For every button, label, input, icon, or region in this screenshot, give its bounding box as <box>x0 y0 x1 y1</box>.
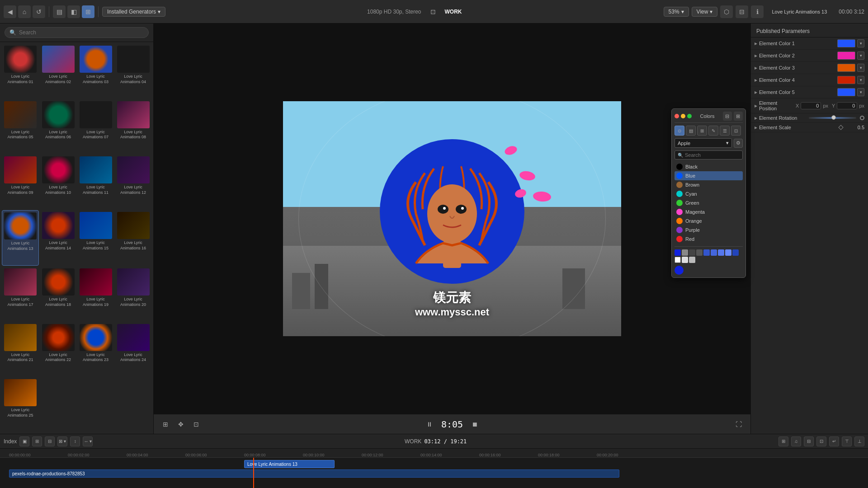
rotation-indicator[interactable] <box>860 116 864 120</box>
thumbnail-t2[interactable]: Love LyricAnimations 02 <box>40 44 76 99</box>
toolbar-refresh-icon[interactable]: ↺ <box>33 5 45 18</box>
color-swatch-2[interactable] <box>837 52 855 60</box>
thumbnail-t10[interactable]: Love LyricAnimations 10 <box>40 155 76 209</box>
tl-btn-5[interactable]: ↕ <box>70 436 80 446</box>
thumbnail-t1[interactable]: Love LyricAnimations 01 <box>2 44 39 99</box>
param-triangle-4[interactable]: ▶ <box>755 78 757 82</box>
param-x-input[interactable] <box>801 102 821 109</box>
param-triangle-2[interactable]: ▶ <box>755 54 757 58</box>
tl-btn-1[interactable]: ▣ <box>19 436 29 446</box>
layout-btn[interactable]: ⊞ <box>159 418 172 431</box>
thumbnail-t7[interactable]: Love LyricAnimations 07 <box>77 99 114 154</box>
play-pause-btn[interactable]: ⏸ <box>423 418 436 431</box>
tl-btn-2[interactable]: ⊞ <box>32 436 42 446</box>
thumb-img-t3 <box>80 46 112 73</box>
thumbnail-t23[interactable]: Love LyricAnimations 23 <box>77 322 114 377</box>
resolution-icon[interactable]: ⊡ <box>427 5 439 18</box>
param-triangle-5[interactable]: ▶ <box>755 90 757 94</box>
clip-main[interactable]: Love Lyric Animations 13 <box>244 460 335 468</box>
thumbnail-t12[interactable]: Love LyricAnimations 12 <box>115 155 151 209</box>
thumbnail-t22[interactable]: Love LyricAnimations 22 <box>40 322 76 377</box>
color-dropdown-3[interactable]: ▾ <box>857 64 864 72</box>
color-dropdown-1[interactable]: ▾ <box>857 39 864 47</box>
thumb-img-t1 <box>4 46 37 73</box>
crop-btn[interactable]: ⊡ <box>190 418 203 431</box>
thumb-label-t13: Love LyricAnimations 13 <box>7 241 33 251</box>
thumbnail-t21[interactable]: Love LyricAnimations 21 <box>2 322 39 377</box>
toolbar-generator-icon[interactable]: ⊞ <box>82 5 94 18</box>
thumbnail-t9[interactable]: Love LyricAnimations 09 <box>2 155 39 209</box>
param-triangle-1[interactable]: ▶ <box>755 42 757 46</box>
tl-icon-7[interactable]: ⊥ <box>854 436 864 446</box>
param-triangle-pos[interactable]: ▶ <box>755 104 757 108</box>
toolbar-sep-1 <box>49 6 49 17</box>
param-color-1: ▶ Element Color 1 ▾ <box>751 38 868 50</box>
color-swatch-5[interactable] <box>837 88 855 96</box>
thumbnail-t5[interactable]: Love LyricAnimations 05 <box>2 99 39 154</box>
svg-point-4 <box>443 207 446 210</box>
toolbar-share-icon[interactable]: ⬡ <box>720 5 733 18</box>
thumb-label-t7: Love LyricAnimations 07 <box>83 130 108 140</box>
ruler-container: 00:00:00:00 00:00:02:00 00:00:04:00 00:0… <box>9 449 868 457</box>
thumbnail-t13[interactable]: Love LyricAnimations 13 <box>2 210 39 266</box>
transform-btn[interactable]: ✥ <box>175 418 187 431</box>
generators-dropdown[interactable]: Installed Generators ▾ <box>102 7 165 17</box>
thumbnail-t20[interactable]: Love LyricAnimations 20 <box>115 267 151 321</box>
toolbar-media-icon[interactable]: ▤ <box>53 5 66 18</box>
param-triangle-rot[interactable]: ▶ <box>755 116 757 120</box>
tl-btn-6[interactable]: ↔ ▾ <box>83 436 93 446</box>
thumbnail-t15[interactable]: Love LyricAnimations 15 <box>77 210 114 266</box>
thumb-label-t19: Love LyricAnimations 19 <box>83 297 108 307</box>
thumbnail-t8[interactable]: Love LyricAnimations 08 <box>115 99 151 154</box>
tl-icon-2[interactable]: ♫ <box>791 436 801 446</box>
zoom-control[interactable]: 53% ▾ <box>664 7 689 17</box>
param-y-input[interactable] <box>837 102 857 109</box>
thumb-img-t18 <box>42 268 75 296</box>
thumbnail-t19[interactable]: Love LyricAnimations 19 <box>77 267 114 321</box>
thumbnail-t16[interactable]: Love LyricAnimations 16 <box>115 210 151 266</box>
param-triangle-3[interactable]: ▶ <box>755 66 757 70</box>
fullscreen-btn[interactable]: ⛶ <box>732 418 745 431</box>
thumbnail-t4[interactable]: Love LyricAnimations 04 <box>115 44 151 99</box>
tl-icon-5[interactable]: ↵ <box>829 436 839 446</box>
clip-bg[interactable]: pexels-rodnae-productions-8782853 <box>9 469 619 478</box>
rotation-slider-thumb[interactable] <box>831 115 836 120</box>
thumbnail-t6[interactable]: Love LyricAnimations 06 <box>40 99 76 154</box>
thumbnail-t24[interactable]: Love LyricAnimations 24 <box>115 322 151 377</box>
generators-arrow: ▾ <box>158 9 160 15</box>
tl-icon-1[interactable]: ⊞ <box>778 436 788 446</box>
tl-btn-3[interactable]: ⊟ <box>45 436 55 446</box>
color-dropdown-4[interactable]: ▾ <box>857 76 864 84</box>
tl-btn-4[interactable]: ⊠ ▾ <box>57 436 67 446</box>
thumbnail-t18[interactable]: Love LyricAnimations 18 <box>40 267 76 321</box>
thumb-label-t20: Love LyricAnimations 20 <box>120 297 146 307</box>
view-dropdown[interactable]: View ▾ <box>692 7 718 17</box>
param-triangle-scale[interactable]: ▶ <box>755 126 757 130</box>
thumbnail-t17[interactable]: Love LyricAnimations 17 <box>2 267 39 321</box>
color-swatch-4[interactable] <box>837 76 855 84</box>
color-dropdown-5[interactable]: ▾ <box>857 88 864 96</box>
color-swatch-1[interactable] <box>837 39 855 47</box>
toolbar-layout-icon[interactable]: ⊟ <box>736 5 748 18</box>
search-input[interactable] <box>19 29 144 36</box>
param-label-pos: Element Position <box>759 100 794 111</box>
tl-icon-6[interactable]: ⊤ <box>842 436 852 446</box>
toolbar-home-icon[interactable]: ⌂ <box>18 5 31 18</box>
color-swatch-3[interactable] <box>837 64 855 72</box>
thumb-label-t22: Love LyricAnimations 22 <box>45 352 71 363</box>
preview-watermark: 镁元素 www.myssc.net <box>415 289 489 318</box>
tl-icon-4[interactable]: ⊡ <box>816 436 826 446</box>
toolbar-info-icon[interactable]: ℹ <box>751 5 764 18</box>
thumbnail-t3[interactable]: Love LyricAnimations 03 <box>77 44 114 99</box>
tl-icon-3[interactable]: ⊟ <box>804 436 814 446</box>
toolbar-back-icon[interactable]: ◀ <box>4 5 16 18</box>
color-dropdown-2[interactable]: ▾ <box>857 52 864 60</box>
thumb-label-t24: Love LyricAnimations 24 <box>120 352 146 363</box>
toolbar-transition-icon[interactable]: ◧ <box>67 5 80 18</box>
thumbnail-t11[interactable]: Love LyricAnimations 11 <box>77 155 114 209</box>
preview-area: 镁元素 www.myssc.net <box>154 23 750 414</box>
thumbnail-t25[interactable]: Love LyricAnimations 25 <box>2 377 39 432</box>
stop-btn[interactable]: ⏹ <box>468 418 481 431</box>
watermark-chinese: 镁元素 <box>415 289 489 306</box>
thumbnail-t14[interactable]: Love LyricAnimations 14 <box>40 210 76 266</box>
